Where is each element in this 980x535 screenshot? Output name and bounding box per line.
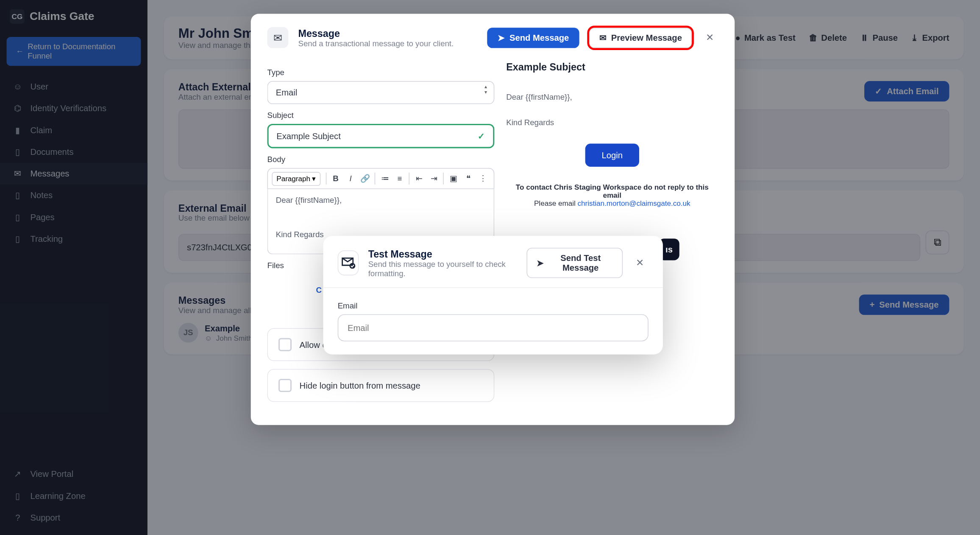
separator [326, 173, 326, 185]
preview-subject: Example Subject [506, 61, 718, 72]
checkbox-icon [278, 338, 292, 351]
checkbox-label: Hide login button from message [300, 381, 420, 390]
italic-button[interactable]: I [344, 171, 357, 186]
preview-message-button[interactable]: ✉Preview Message [589, 27, 692, 48]
btn-label: Preview Message [611, 33, 682, 42]
test-modal-sub: Send this message to yourself to check f… [368, 259, 518, 277]
preview-regards: Kind Regards [506, 118, 718, 127]
paragraph-select[interactable]: Paragraph▾ [272, 172, 320, 186]
modal-title: Message [298, 27, 454, 38]
email-input[interactable] [338, 314, 649, 342]
bold-button[interactable]: B [329, 171, 342, 186]
subject-input[interactable]: Example Subject✓ [267, 124, 495, 148]
check-icon: ✓ [478, 131, 485, 141]
files-link[interactable]: C [316, 285, 321, 294]
subject-label: Subject [267, 111, 495, 120]
modal-header: ✉ Message Send a transactional message t… [251, 14, 735, 55]
svg-point-0 [350, 263, 356, 269]
email-label: Email [338, 301, 649, 311]
ul-button[interactable]: ≔ [378, 171, 392, 186]
message-modal: ✉ Message Send a transactional message t… [251, 14, 735, 425]
quote-button[interactable]: ❝ [462, 171, 475, 186]
test-message-modal: Test Message Send this message to yourse… [323, 236, 663, 355]
type-select[interactable]: Email [267, 81, 495, 104]
close-button[interactable]: ✕ [702, 29, 718, 46]
paragraph-label: Paragraph [276, 175, 310, 183]
ol-button[interactable]: ≡ [393, 171, 406, 186]
mail-icon: ✉ [267, 27, 289, 48]
preview-footer-sub: Please email [534, 199, 578, 207]
body-greeting: Dear {{firstName}}, [276, 196, 486, 205]
send-icon: ➤ [537, 258, 544, 268]
login-button[interactable]: Login [585, 144, 639, 167]
mail-check-icon [338, 250, 359, 275]
close-button[interactable]: ✕ [632, 254, 649, 271]
chevron-down-icon: ▾ [312, 174, 316, 183]
send-message-button[interactable]: ➤Send Message [487, 27, 579, 48]
checkbox-icon [278, 379, 292, 392]
separator [375, 173, 375, 185]
type-label: Type [267, 68, 495, 77]
send-test-message-button[interactable]: ➤Send Test Message [526, 248, 623, 278]
preview-greeting: Dear {{firstName}}, [506, 92, 718, 101]
indent-button[interactable]: ⇥ [427, 171, 441, 186]
preview-footer-link[interactable]: christian.morton@claimsgate.co.uk [578, 199, 690, 207]
outdent-button[interactable]: ⇤ [412, 171, 426, 186]
more-button[interactable]: ⋮ [476, 171, 490, 186]
image-button[interactable]: ▣ [446, 171, 460, 186]
modal-sub: Send a transactional message to your cli… [298, 39, 454, 48]
test-modal-header: Test Message Send this message to yourse… [323, 236, 663, 288]
editor-toolbar: Paragraph▾ B I 🔗 ≔ ≡ ⇤ ⇥ ▣ ❝ ⋮ [267, 168, 495, 189]
preview-footer-bold: To contact Chris Staging Workspace do no… [506, 183, 718, 199]
test-modal-body: Email [323, 288, 663, 345]
hide-login-checkbox[interactable]: Hide login button from message [267, 369, 495, 402]
send-icon: ➤ [498, 33, 505, 42]
separator [409, 173, 409, 185]
btn-label: Send Message [509, 33, 569, 42]
mail-open-icon: ✉ [599, 33, 607, 42]
separator [443, 173, 444, 185]
body-label: Body [267, 155, 495, 164]
link-button[interactable]: 🔗 [359, 171, 372, 186]
btn-label: Send Test Message [548, 253, 613, 273]
test-modal-title: Test Message [368, 248, 518, 259]
subject-value: Example Subject [276, 131, 341, 141]
